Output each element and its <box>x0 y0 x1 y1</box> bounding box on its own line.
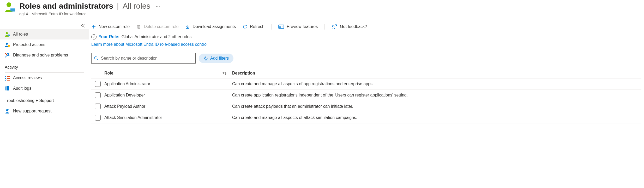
search-input[interactable] <box>101 56 193 61</box>
main-content: New custom role Delete custom role Downl… <box>89 19 644 126</box>
column-header-description[interactable]: Description <box>227 71 641 76</box>
info-icon: i <box>91 34 97 39</box>
page-title-separator: | <box>117 2 119 10</box>
page-subtitle: All roles <box>123 2 151 10</box>
row-checkbox[interactable] <box>95 81 101 87</box>
role-name-cell[interactable]: Application Developer <box>104 93 227 98</box>
svg-point-3 <box>6 32 8 34</box>
feedback-icon <box>332 24 337 29</box>
sidebar-item-protected-actions[interactable]: Protected actions <box>0 39 89 50</box>
svg-rect-4 <box>8 35 10 36</box>
sidebar-item-label: New support request <box>13 109 52 113</box>
button-label: Delete custom role <box>144 24 178 29</box>
toolbar-separator <box>324 24 325 30</box>
table-row: Attack Payload Author Can create attack … <box>91 101 641 112</box>
button-label: Add filters <box>210 56 229 61</box>
role-description-cell: Can create and manage all aspects of att… <box>227 115 641 120</box>
svg-rect-2 <box>10 8 15 9</box>
wrench-icon <box>5 53 10 58</box>
sidebar-item-all-roles[interactable]: All roles <box>0 29 89 39</box>
sidebar: All roles Protected actions Diagnose and… <box>0 19 89 126</box>
roles-table: Role Description Application Administrat… <box>91 68 641 123</box>
your-role-banner: i Your Role: Global Administrator and 2 … <box>91 33 641 42</box>
role-name-cell[interactable]: Application Administrator <box>104 82 227 86</box>
table-row: Attack Simulation Administrator Can crea… <box>91 112 641 123</box>
search-box[interactable] <box>91 53 196 64</box>
more-actions-button[interactable]: ··· <box>154 3 162 9</box>
sidebar-item-label: Diagnose and solve problems <box>13 53 68 58</box>
your-role-value: Global Administrator and 2 other roles <box>122 35 192 39</box>
table-header-row: Role Description <box>91 68 641 78</box>
sidebar-item-access-reviews[interactable]: Access reviews <box>0 73 89 83</box>
role-description-cell: Can create and manage all aspects of app… <box>227 82 641 86</box>
button-label: Preview features <box>287 24 318 29</box>
add-filters-button[interactable]: Add filters <box>199 54 233 63</box>
page-title: Roles and administrators <box>19 2 113 10</box>
sidebar-item-label: Protected actions <box>13 42 45 47</box>
svg-line-22 <box>97 59 98 60</box>
svg-point-0 <box>7 2 11 7</box>
book-icon <box>5 86 10 91</box>
svg-point-20 <box>333 25 334 27</box>
refresh-icon <box>243 24 247 29</box>
button-label: Download assignments <box>193 24 236 29</box>
button-label: Got feedback? <box>340 24 367 29</box>
sidebar-item-audit-logs[interactable]: Audit logs <box>0 83 89 94</box>
person-shield-icon <box>5 42 10 47</box>
toolbar-separator <box>271 24 272 30</box>
row-checkbox[interactable] <box>95 115 101 121</box>
svg-point-5 <box>6 43 8 45</box>
sidebar-item-label: Audit logs <box>13 86 31 91</box>
button-label: Refresh <box>250 24 264 29</box>
role-description-cell: Can create application registrations ind… <box>227 93 641 98</box>
learn-more-link[interactable]: Learn more about Microsoft Entra ID role… <box>91 42 208 53</box>
sidebar-section-support: Troubleshooting + Support <box>0 94 89 105</box>
sidebar-item-label: Access reviews <box>13 76 42 80</box>
search-icon <box>94 56 98 60</box>
person-icon <box>5 32 10 37</box>
svg-point-11 <box>6 109 8 111</box>
refresh-button[interactable]: Refresh <box>243 24 264 29</box>
download-assignments-button[interactable]: Download assignments <box>185 24 236 29</box>
button-label: New custom role <box>99 24 130 29</box>
trash-icon <box>136 24 141 29</box>
page-header: Roles and administrators | All roles ···… <box>0 0 644 19</box>
role-description-cell: Can create attack payloads that an admin… <box>227 104 641 109</box>
filter-icon <box>203 56 208 60</box>
support-person-icon <box>5 109 10 114</box>
sidebar-item-new-support-request[interactable]: New support request <box>0 106 89 116</box>
plus-icon <box>91 24 96 29</box>
row-checkbox[interactable] <box>95 104 101 109</box>
row-checkbox[interactable] <box>95 92 101 98</box>
preview-features-button[interactable]: Preview features <box>278 24 318 29</box>
delete-custom-role-button: Delete custom role <box>136 24 178 29</box>
sidebar-item-diagnose[interactable]: Diagnose and solve problems <box>0 50 89 60</box>
svg-rect-10 <box>6 86 7 90</box>
sort-icon[interactable] <box>222 71 227 75</box>
tenant-icon <box>4 2 16 13</box>
svg-rect-9 <box>5 86 9 90</box>
role-name-cell[interactable]: Attack Payload Author <box>104 104 227 109</box>
table-row: Application Administrator Can create and… <box>91 78 641 90</box>
column-header-role[interactable]: Role <box>104 71 227 76</box>
download-icon <box>185 24 190 29</box>
role-name-cell[interactable]: Attack Simulation Administrator <box>104 115 227 120</box>
toolbar: New custom role Delete custom role Downl… <box>91 24 641 33</box>
svg-point-21 <box>95 57 97 59</box>
sidebar-item-label: All roles <box>13 32 28 37</box>
new-custom-role-button[interactable]: New custom role <box>91 24 130 29</box>
breadcrumb: qg14 - Microsoft Entra ID for workforce <box>19 12 161 16</box>
preview-icon <box>278 24 284 29</box>
checklist-icon <box>5 75 10 81</box>
table-row: Application Developer Can create applica… <box>91 90 641 101</box>
got-feedback-button[interactable]: Got feedback? <box>332 24 367 29</box>
your-role-label: Your Role: <box>99 35 119 39</box>
collapse-sidebar-button[interactable] <box>80 24 85 27</box>
sidebar-section-activity: Activity <box>0 60 89 71</box>
